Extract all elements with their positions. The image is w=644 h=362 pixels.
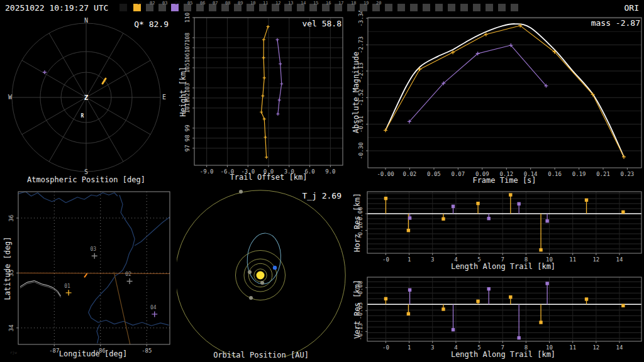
horz-res-plot: -0134578101112140.00-0.16 <box>357 192 641 263</box>
mass-annotation: mass -2.87 <box>591 18 640 28</box>
svg-text:34: 34 <box>8 324 14 331</box>
station-square-extra <box>397 4 405 11</box>
residual-point <box>441 307 445 310</box>
station-square-06[interactable]: 06 <box>196 4 204 11</box>
station-square-07[interactable]: 07 <box>209 4 216 11</box>
svg-text:0.07: 0.07 <box>452 171 465 177</box>
map-features: 01020304 <box>18 192 170 344</box>
station-square-label: 04 <box>175 1 180 6</box>
station-square-extra <box>423 4 430 11</box>
station-square-label: 18 <box>351 1 356 6</box>
station-square-03[interactable]: 03 <box>158 4 166 11</box>
svg-text:108: 108 <box>184 33 191 43</box>
svg-text:02: 02 <box>125 272 131 277</box>
svg-text:-0: -0 <box>382 256 389 263</box>
trail-axis-title: Trail Offset [km] <box>230 173 308 182</box>
station-square-15[interactable]: 15 <box>309 4 317 11</box>
map-station-04: 04 <box>150 305 157 317</box>
residual-point <box>621 304 625 307</box>
svg-text:-0.00: -0.00 <box>377 171 394 177</box>
svg-text:Z: Z <box>84 94 89 102</box>
residual-point <box>539 321 542 324</box>
svg-text:N: N <box>84 17 88 24</box>
meteor-ground-segment <box>84 273 87 277</box>
svg-text:14: 14 <box>616 256 623 263</box>
station-square-19[interactable]: 19 <box>360 4 367 11</box>
station-square-label: 01 <box>137 1 142 6</box>
svg-text:0.19: 0.19 <box>572 171 586 177</box>
station-square-label: 11 <box>263 1 268 6</box>
station-square-18[interactable]: 18 <box>347 4 355 11</box>
residual-point <box>585 297 588 300</box>
station-square-20[interactable]: 20 <box>372 4 380 11</box>
residual-point <box>509 295 512 299</box>
svg-text:-2.73: -2.73 <box>358 36 364 53</box>
station-square-label: 14 <box>301 1 306 6</box>
station-square-extra <box>385 4 392 11</box>
mag-axis-title: Absolute Magnitude <box>352 52 360 133</box>
map-station-02: 02 <box>125 272 132 284</box>
orbit-plot <box>175 190 345 360</box>
svg-text:1: 1 <box>408 344 411 351</box>
svg-text:0.02: 0.02 <box>403 171 417 177</box>
residual-point <box>407 229 410 232</box>
station-square-label: 15 <box>313 1 318 6</box>
residual-point <box>545 219 548 222</box>
latitude-axis-title: Latitude [deg] <box>3 236 12 300</box>
station-square-label: 06 <box>200 1 205 6</box>
station-square-extra <box>486 4 493 11</box>
svg-text:11: 11 <box>569 344 576 351</box>
length-axis-title-1: Length Along Trail [km] <box>451 262 555 271</box>
svg-text:E: E <box>162 94 166 101</box>
station-square-01[interactable]: 01 <box>133 4 141 11</box>
station-square-extra <box>460 4 468 11</box>
station-square-08[interactable]: 08 <box>221 4 229 11</box>
residual-point <box>476 202 479 205</box>
station-square-13[interactable]: 13 <box>284 4 292 11</box>
svg-text:04: 04 <box>150 305 157 310</box>
station-square-02[interactable]: 02 <box>146 4 153 11</box>
station-square-04[interactable]: 04 <box>171 4 179 11</box>
svg-text:W: W <box>8 94 13 101</box>
station-square-17[interactable]: 17 <box>335 4 342 11</box>
station-square-extra <box>498 4 506 11</box>
station-square-label: 08 <box>225 1 230 6</box>
station-square-extra <box>473 4 480 11</box>
sun-dot <box>257 272 265 280</box>
station-square-label: 13 <box>288 1 293 6</box>
station-square-12[interactable]: 12 <box>272 4 279 11</box>
residual-point <box>621 211 625 214</box>
svg-text:12: 12 <box>592 344 599 351</box>
svg-text:98: 98 <box>184 134 191 141</box>
station-square-label: 07 <box>213 1 218 6</box>
station-square-16[interactable]: 16 <box>322 4 330 11</box>
svg-text:12: 12 <box>592 256 599 263</box>
station-square-label: 17 <box>338 1 343 6</box>
svg-text:9.0: 9.0 <box>325 168 335 175</box>
station-square-11[interactable]: 11 <box>259 4 267 11</box>
station-square-label: 10 <box>250 1 255 6</box>
height-plot: -9.0-6.0-3.00.03.06.09.09798991011021031… <box>184 13 343 175</box>
svg-text:-0.30: -0.30 <box>358 142 364 159</box>
svg-text:-87: -87 <box>49 348 59 354</box>
station-square-09[interactable]: 09 <box>234 4 242 11</box>
station-square-10[interactable]: 10 <box>247 4 254 11</box>
svg-text:1: 1 <box>408 256 411 263</box>
earth-dot <box>273 266 277 270</box>
vertres-axis-title: Vert Res [km] <box>353 280 362 339</box>
station-square-extra <box>511 4 518 11</box>
svg-text:03: 03 <box>90 246 96 252</box>
station-square-14[interactable]: 14 <box>297 4 304 11</box>
length-axis-title-2: Length Along Trail [km] <box>451 350 555 359</box>
longitude-axis-title: Longitude [deg] <box>59 349 127 358</box>
ground-map: 01020304-87-86-85343536 <box>8 192 170 354</box>
residual-point <box>487 217 491 220</box>
station-square-blank <box>119 4 127 11</box>
station-square-05[interactable]: 05 <box>184 4 191 11</box>
svg-text:0.23: 0.23 <box>621 171 635 177</box>
residual-point <box>509 193 512 196</box>
polar-plot: NESWZR <box>8 17 166 175</box>
station-square-extra <box>435 4 443 11</box>
station-square-extra <box>448 4 455 11</box>
station-square-label: 09 <box>238 1 243 6</box>
